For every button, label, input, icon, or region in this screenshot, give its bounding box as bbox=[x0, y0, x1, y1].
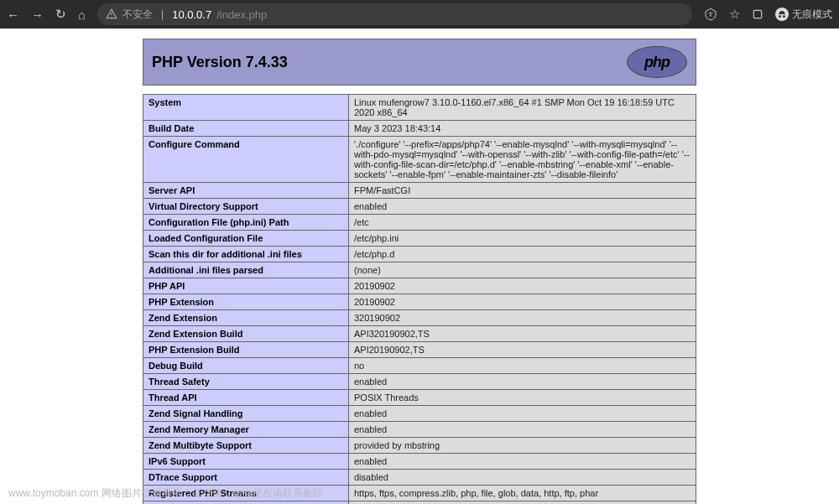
info-value: enabled bbox=[349, 199, 696, 215]
table-row: Loaded Configuration File/etc/php.ini bbox=[143, 231, 696, 247]
info-key: Zend Multibyte Support bbox=[143, 438, 349, 454]
info-key: Zend Memory Manager bbox=[143, 422, 349, 438]
incognito-icon bbox=[775, 8, 789, 21]
table-row: PHP Extension BuildAPI20190902,TS bbox=[143, 342, 696, 358]
info-key: Scan this dir for additional .ini files bbox=[143, 247, 349, 262]
info-value: API320190902,TS bbox=[349, 326, 696, 342]
warning-icon bbox=[106, 8, 117, 20]
info-value: /etc/php.ini bbox=[349, 231, 696, 247]
table-row: SystemLinux mufengrow7 3.10.0-1160.el7.x… bbox=[143, 95, 696, 121]
info-value: provided by mbstring bbox=[349, 438, 696, 454]
info-key: Thread API bbox=[143, 390, 349, 406]
browser-toolbar: ← → ↻ ⌂ 不安全 | 10.0.0.7/index.php 文 ☆ 无痕模… bbox=[0, 0, 839, 29]
reload-icon[interactable]: ↻ bbox=[55, 7, 66, 22]
table-row: Scan this dir for additional .ini files/… bbox=[143, 247, 696, 262]
table-row: DTrace Supportdisabled bbox=[143, 470, 696, 486]
php-logo: php bbox=[627, 46, 687, 78]
table-row: Thread APIPOSIX Threads bbox=[143, 390, 696, 406]
php-header: PHP Version 7.4.33 php bbox=[143, 39, 696, 86]
address-bar[interactable]: 不安全 | 10.0.0.7/index.php bbox=[97, 3, 692, 25]
info-key: DTrace Support bbox=[143, 470, 349, 486]
svg-text:文: 文 bbox=[708, 11, 713, 17]
table-row: Thread Safetyenabled bbox=[143, 374, 696, 390]
info-value: API20190902,TS bbox=[349, 342, 696, 358]
info-key: Zend Extension bbox=[143, 310, 349, 326]
table-row: Configuration File (php.ini) Path/etc bbox=[143, 215, 696, 231]
info-key: Loaded Configuration File bbox=[143, 231, 349, 247]
info-value: /etc bbox=[349, 215, 696, 231]
info-key: Registered Stream Socket Transports bbox=[143, 501, 349, 505]
table-row: Zend Extension BuildAPI320190902,TS bbox=[143, 326, 696, 342]
info-value: 20190902 bbox=[349, 294, 696, 310]
info-key: Additional .ini files parsed bbox=[143, 262, 349, 278]
info-key: Virtual Directory Support bbox=[143, 199, 349, 215]
info-value: 320190902 bbox=[349, 310, 696, 326]
info-key: Zend Extension Build bbox=[143, 326, 349, 342]
info-key: Configuration File (php.ini) Path bbox=[143, 215, 349, 231]
forward-icon[interactable]: → bbox=[31, 8, 44, 22]
info-value: /etc/php.d bbox=[349, 247, 696, 262]
table-row: Build DateMay 3 2023 18:43:14 bbox=[143, 121, 696, 137]
info-value: enabled bbox=[349, 374, 696, 390]
page-title: PHP Version 7.4.33 bbox=[152, 54, 288, 71]
url-host: 10.0.0.7 bbox=[172, 8, 211, 21]
star-icon[interactable]: ☆ bbox=[729, 7, 740, 22]
info-key: Build Date bbox=[143, 121, 349, 137]
table-row: Additional .ini files parsed(none) bbox=[143, 262, 696, 278]
info-value: no bbox=[349, 358, 696, 374]
home-icon[interactable]: ⌂ bbox=[78, 8, 86, 22]
info-value: POSIX Threads bbox=[349, 390, 696, 406]
info-key: PHP API bbox=[143, 278, 349, 294]
incognito-label: 无痕模式 bbox=[792, 8, 832, 22]
table-row: Server APIFPM/FastCGI bbox=[143, 183, 696, 199]
extension-icon[interactable] bbox=[752, 8, 763, 20]
info-key: System bbox=[143, 95, 349, 121]
table-row: PHP Extension20190902 bbox=[143, 294, 696, 310]
info-value: Linux mufengrow7 3.10.0-1160.el7.x86_64 … bbox=[349, 95, 696, 121]
page-content: PHP Version 7.4.33 php SystemLinux mufen… bbox=[0, 29, 839, 504]
table-row: Debug Buildno bbox=[143, 358, 696, 374]
info-key: PHP Extension bbox=[143, 294, 349, 310]
info-key: Thread Safety bbox=[143, 374, 349, 390]
table-row: Zend Extension320190902 bbox=[143, 310, 696, 326]
table-row: Zend Memory Managerenabled bbox=[143, 422, 696, 438]
back-icon[interactable]: ← bbox=[7, 8, 19, 22]
info-key: Zend Signal Handling bbox=[143, 406, 349, 422]
info-value: enabled bbox=[349, 422, 696, 438]
info-key: Debug Build bbox=[143, 358, 349, 374]
table-row: Configure Command'./configure' '--prefix… bbox=[143, 137, 696, 183]
info-value: disabled bbox=[349, 470, 696, 486]
svg-rect-1 bbox=[753, 10, 761, 18]
watermark-text: www.toymoban.com 网络图片仅供展示，非存储，如有侵权请联系删除 bbox=[8, 486, 323, 501]
info-value: enabled bbox=[349, 406, 696, 422]
info-key: Configure Command bbox=[143, 137, 349, 183]
info-value: https, ftps, compress.zlib, php, file, g… bbox=[349, 486, 696, 501]
info-key: IPv6 Support bbox=[143, 454, 349, 470]
table-row: PHP API20190902 bbox=[143, 278, 696, 294]
info-key: Server API bbox=[143, 183, 349, 199]
phpinfo-table: SystemLinux mufengrow7 3.10.0-1160.el7.x… bbox=[143, 94, 696, 504]
info-value: 20190902 bbox=[349, 278, 696, 294]
info-value: May 3 2023 18:43:14 bbox=[349, 121, 696, 137]
info-key: PHP Extension Build bbox=[143, 342, 349, 358]
info-value: (none) bbox=[349, 262, 696, 278]
translate-icon[interactable]: 文 bbox=[704, 8, 717, 21]
table-row: IPv6 Supportenabled bbox=[143, 454, 696, 470]
table-row: Zend Multibyte Supportprovided by mbstri… bbox=[143, 438, 696, 454]
info-value: FPM/FastCGI bbox=[349, 183, 696, 199]
url-path: /index.php bbox=[216, 8, 267, 21]
info-value: './configure' '--prefix=/apps/php74' '--… bbox=[349, 137, 696, 183]
info-value: enabled bbox=[349, 454, 696, 470]
insecure-label: 不安全 bbox=[122, 8, 153, 22]
table-row: Registered Stream Socket Transportstcp, … bbox=[143, 501, 696, 505]
table-row: Zend Signal Handlingenabled bbox=[143, 406, 696, 422]
table-row: Virtual Directory Supportenabled bbox=[143, 199, 696, 215]
info-value: tcp, udp, unix, udg, ssl, sslv3, tls, tl… bbox=[349, 501, 696, 505]
